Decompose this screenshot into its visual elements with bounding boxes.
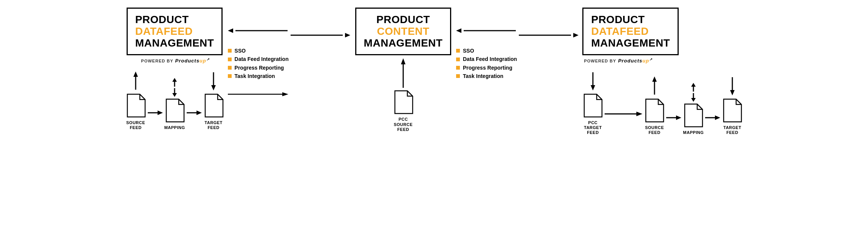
left-feature-2: Data Feed Integration bbox=[228, 55, 289, 63]
svg-marker-27 bbox=[636, 112, 642, 116]
pcc-target-down-arrow bbox=[588, 72, 597, 92]
right-feature-1: SSO bbox=[456, 47, 517, 55]
r-bullet-1 bbox=[456, 49, 460, 53]
center-right-arrows bbox=[456, 28, 579, 39]
r-bullet-4 bbox=[456, 74, 460, 78]
left-pdm-title2: DATAFEED bbox=[135, 26, 214, 37]
left-mapping-col: MAPPING bbox=[164, 78, 185, 130]
pcc-target-doc: PCCTARGETFEED bbox=[582, 93, 603, 135]
svg-marker-3 bbox=[158, 110, 163, 115]
right-feature-3: Progress Reporting bbox=[456, 64, 517, 72]
svg-marker-13 bbox=[228, 28, 233, 33]
left-center-arrows bbox=[228, 28, 350, 39]
right-mapping-arrows bbox=[689, 83, 698, 102]
right-mapping-label: MAPPING bbox=[683, 130, 704, 135]
right-feature-2: Data Feed Integration bbox=[456, 55, 517, 63]
left-source-up-arrow bbox=[131, 72, 140, 92]
bullet-2 bbox=[228, 58, 232, 61]
left-source-doc: SOURCEFEED bbox=[125, 93, 146, 130]
left-target-down-arrow bbox=[209, 72, 218, 92]
svg-marker-9 bbox=[196, 110, 202, 115]
pcm-title1: PRODUCT bbox=[364, 14, 443, 26]
right-source-col: SOURCEFEED bbox=[644, 76, 665, 135]
left-source-label: SOURCEFEED bbox=[126, 120, 145, 130]
right-doc-row: PCCTARGETFEED bbox=[582, 72, 743, 135]
left-feature-1: SSO bbox=[228, 47, 289, 55]
pcc-source-label: PCCSOURCEFEED bbox=[394, 117, 413, 132]
right-target-down-arrow bbox=[728, 76, 737, 97]
right-target-doc: TARGETFEED bbox=[722, 98, 743, 135]
svg-marker-1 bbox=[133, 72, 138, 77]
left-target-doc: TARGETFEED bbox=[203, 93, 224, 130]
left-pdm-title3: MANAGEMENT bbox=[135, 37, 214, 49]
diagram: PRODUCT DATAFEED MANAGEMENT POWERED BY P… bbox=[0, 0, 868, 235]
left-map-to-target-arrow bbox=[185, 109, 203, 130]
svg-marker-35 bbox=[691, 98, 696, 102]
left-feature-4: Task Integration bbox=[228, 72, 289, 80]
left-target-label: TARGETFEED bbox=[204, 120, 222, 130]
svg-marker-39 bbox=[730, 90, 735, 95]
right-pdm-title3: MANAGEMENT bbox=[591, 37, 670, 49]
left-pdm-box: PRODUCT DATAFEED MANAGEMENT bbox=[127, 8, 223, 55]
svg-marker-5 bbox=[172, 78, 177, 82]
left-source-col: SOURCEFEED bbox=[125, 72, 146, 130]
svg-marker-23 bbox=[573, 33, 579, 37]
svg-marker-25 bbox=[591, 85, 595, 90]
pcc-to-source-arrow bbox=[603, 110, 644, 135]
bullet-3 bbox=[228, 66, 232, 70]
right-mapping-col: MAPPING bbox=[683, 83, 704, 135]
left-target-col: TARGETFEED bbox=[203, 72, 224, 130]
center-pcm-block: PRODUCT CONTENT MANAGEMENT PCCSOURCEFEED bbox=[354, 8, 452, 132]
right-pdm-block: PRODUCT DATAFEED MANAGEMENT POWERED BY P… bbox=[582, 8, 743, 135]
left-mapping-doc: MAPPING bbox=[164, 98, 185, 130]
left-to-pcc-arrow bbox=[228, 90, 288, 99]
right-pdm-title2: DATAFEED bbox=[591, 26, 670, 37]
left-features-list: SSO Data Feed Integration Progress Repor… bbox=[228, 47, 289, 81]
right-feature-4: Task Integration bbox=[456, 72, 517, 80]
left-powered-by: POWERED BY Productsup↗ bbox=[141, 58, 209, 64]
pcm-title2: CONTENT bbox=[364, 26, 443, 37]
pcc-source-doc: PCCSOURCEFEED bbox=[393, 90, 414, 132]
right-source-up-arrow bbox=[650, 76, 659, 97]
pcc-up-arrow bbox=[399, 58, 408, 90]
svg-marker-37 bbox=[715, 115, 720, 120]
right-target-label: TARGETFEED bbox=[723, 125, 741, 135]
right-pdm-box: PRODUCT DATAFEED MANAGEMENT bbox=[582, 8, 679, 55]
right-source-doc: SOURCEFEED bbox=[644, 98, 665, 135]
center-pcm-box: PRODUCT CONTENT MANAGEMENT bbox=[355, 8, 452, 55]
left-center-connector: SSO Data Feed Integration Progress Repor… bbox=[228, 8, 350, 99]
svg-marker-31 bbox=[676, 115, 681, 120]
center-right-connector: SSO Data Feed Integration Progress Repor… bbox=[456, 8, 579, 90]
right-mapping-doc: MAPPING bbox=[683, 103, 704, 135]
pcc-target-label: PCCTARGETFEED bbox=[584, 120, 602, 135]
bullet-4 bbox=[228, 74, 232, 78]
svg-marker-15 bbox=[345, 33, 350, 37]
left-mapping-arrows bbox=[170, 78, 179, 97]
svg-marker-7 bbox=[172, 93, 177, 97]
right-powered-by: POWERED BY Productsup↗ bbox=[584, 58, 652, 64]
right-target-col: TARGETFEED bbox=[722, 76, 743, 135]
svg-marker-17 bbox=[282, 92, 288, 96]
left-pdm-title1: PRODUCT bbox=[135, 14, 214, 26]
left-doc-row: SOURCEFEED bbox=[125, 72, 224, 130]
svg-marker-19 bbox=[401, 58, 405, 64]
left-productsup-logo: Productsup↗ bbox=[175, 58, 210, 64]
r-bullet-2 bbox=[456, 58, 460, 61]
right-map-to-target-arrow bbox=[704, 114, 722, 135]
pcc-target-col: PCCTARGETFEED bbox=[582, 72, 603, 135]
left-pdm-block: PRODUCT DATAFEED MANAGEMENT POWERED BY P… bbox=[125, 8, 224, 130]
pcm-title3: MANAGEMENT bbox=[364, 37, 443, 49]
right-source-label: SOURCEFEED bbox=[645, 125, 664, 135]
left-src-to-map-arrow bbox=[146, 109, 164, 130]
svg-marker-11 bbox=[211, 85, 216, 90]
right-features-list: SSO Data Feed Integration Progress Repor… bbox=[456, 47, 517, 81]
r-bullet-3 bbox=[456, 66, 460, 70]
svg-marker-29 bbox=[652, 76, 657, 82]
left-mapping-label: MAPPING bbox=[164, 125, 185, 130]
right-src-to-map-arrow bbox=[665, 114, 683, 135]
left-feature-3: Progress Reporting bbox=[228, 64, 289, 72]
svg-marker-33 bbox=[691, 83, 696, 87]
right-pdm-title1: PRODUCT bbox=[591, 14, 670, 26]
bullet-1 bbox=[228, 49, 232, 53]
svg-marker-21 bbox=[456, 28, 461, 33]
